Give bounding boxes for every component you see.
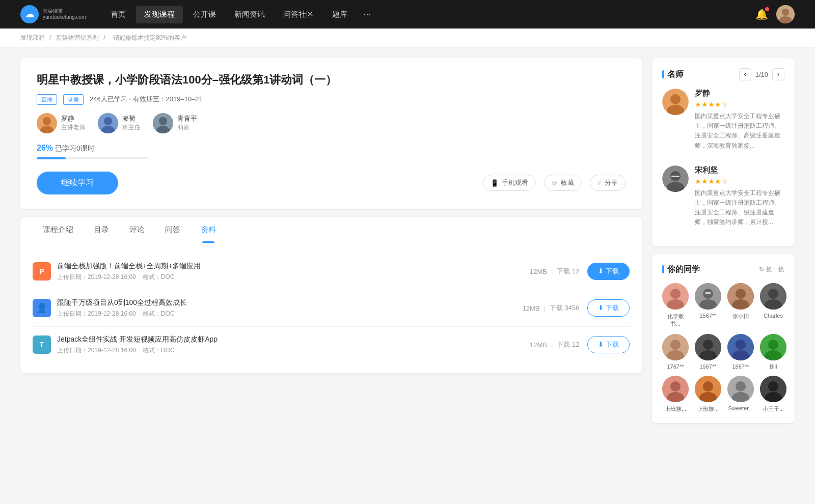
tab-qa[interactable]: 问答 [155,217,191,243]
download-btn-2[interactable]: ⬇ 下载 [587,299,630,317]
page-nav: ‹ 1/10 › [739,68,784,80]
tab-review[interactable]: 评论 [119,217,155,243]
next-page-button[interactable]: › [772,68,784,80]
tab-materials[interactable]: 资料 [191,217,226,243]
classmate-avatar-6 [695,334,721,360]
refresh-label: 换一换 [766,265,784,274]
badge-record: 录播 [63,94,84,105]
classmate-avatar-1 [662,283,689,310]
sidebar-teacher-stars-1: ★★★★☆ [695,100,784,108]
navbar: ☁ 云朵课堂 yunduoketang.com 首页 发现课程 公开课 新闻资讯… [0,0,815,29]
file-info-2: 跟随千万级项目从0到100全过程高效成长 上传日期：2019-12-28 16:… [57,298,522,318]
nav-item-questions[interactable]: 题库 [324,6,356,23]
classmate-4[interactable]: Charles [760,283,786,328]
svg-point-45 [670,381,681,391]
classmates-header: 你的同学 ↻ 换一换 [662,264,784,275]
nav-item-home[interactable]: 首页 [102,6,134,23]
teachers-card: 名师 ‹ 1/10 › 罗静 ★★★★☆ 国内某重点大学安全工程专业硕士，国家一… [652,58,795,246]
nav-item-discover[interactable]: 发现课程 [136,6,183,23]
progress-text: 已学习0课时 [55,144,95,152]
classmate-3[interactable]: 张小田 [727,283,754,328]
file-downloads-1: 下载 12 [557,267,579,276]
svg-point-48 [703,381,713,391]
breadcrumb-sep2: / [103,34,107,41]
file-info-1: 前端全栈加强版！前端全栈+全周期+多端应用 上传日期：2019-12-28 16… [57,262,530,282]
classmate-10[interactable]: 上班族... [695,376,721,413]
prev-page-button[interactable]: ‹ [739,68,751,80]
teacher-divider [662,159,784,159]
classmates-grid: 化学教书... 1567** 张小田 [662,283,784,413]
nav-item-open[interactable]: 公开课 [185,6,224,23]
classmate-1[interactable]: 化学教书... [662,283,689,328]
progress-section: 26% 已学习0课时 [37,144,626,159]
tab-intro[interactable]: 课程介绍 [33,217,84,243]
classmate-5[interactable]: 1767** [662,334,689,370]
logo-icon: ☁ [20,5,39,23]
sidebar-teacher-name-2: 宋利坚 [695,165,784,175]
user-avatar[interactable] [776,5,795,23]
teacher-role-1: 主讲老师 [61,123,86,132]
breadcrumb-discover[interactable]: 发现课程 [20,34,45,41]
svg-point-30 [768,289,778,299]
course-actions: 继续学习 📱 手机观看 ☆ 收藏 ⑂ 分享 [37,172,626,194]
mobile-label: 手机观看 [502,178,528,187]
classmate-avatar-11 [727,376,754,402]
nav-more[interactable]: ··· [358,5,377,24]
collect-button[interactable]: ☆ 收藏 [544,175,582,191]
classmate-9[interactable]: 上班族... [662,376,689,413]
classmate-name-5: 1767** [667,363,684,370]
file-stats-1: 12MB | 下载 12 [530,267,579,276]
file-title-3: Jetpack全组件实战 开发短视频应用高仿皮皮虾App [57,335,530,344]
svg-point-10 [159,117,167,125]
logo[interactable]: ☁ 云朵课堂 yunduoketang.com [20,5,86,23]
nav-item-news[interactable]: 新闻资讯 [226,6,273,23]
course-title: 明星中教授课，小学阶段语法100分–强化级第1讲动词（一） [37,72,626,88]
logo-text: 云朵课堂 yunduoketang.com [43,8,86,20]
download-btn-3[interactable]: ⬇ 下载 [587,336,630,353]
continue-button[interactable]: 继续学习 [37,172,118,194]
sidebar-teacher-name-1: 罗静 [695,89,784,98]
share-button[interactable]: ⑂ 分享 [590,175,626,191]
bell-icon[interactable]: 🔔 [755,8,768,20]
breadcrumb-series[interactable]: 新媒体营销系列 [56,34,99,41]
classmate-12[interactable]: 小王子... [760,376,786,413]
classmate-avatar-2 [695,283,721,310]
teacher-name-3: 青青平 [177,114,197,123]
classmate-name-12: 小王子... [763,405,784,413]
teacher-name-1: 罗静 [61,114,86,123]
svg-point-33 [670,340,681,350]
sidebar-teacher-avatar-1[interactable] [662,89,689,115]
classmate-name-4: Charles [764,313,783,319]
classmate-8[interactable]: Bill [760,334,786,370]
teacher-avatar-1 [37,113,57,133]
progress-bar-bg [37,157,149,159]
file-downloads-3: 下载 12 [557,340,579,349]
classmate-name-1: 化学教书... [662,313,689,328]
teacher-role-3: 助教 [177,123,197,132]
file-title-2: 跟随千万级项目从0到100全过程高效成长 [57,298,522,307]
classmate-2[interactable]: 1567** [695,283,721,328]
refresh-icon: ↻ [759,266,764,273]
classmates-title: 你的同学 [662,264,700,275]
file-size-2: 12MB [522,304,539,312]
file-icon-1: P [33,262,51,281]
nav-items: 首页 发现课程 公开课 新闻资讯 问答社区 题库 ··· [102,5,377,24]
classmate-11[interactable]: Sweeter... [727,376,754,413]
mobile-icon: 📱 [491,179,499,187]
classmate-7[interactable]: 1867** [727,334,754,370]
sidebar-teacher-avatar-2[interactable] [662,165,689,192]
classmate-avatar-4 [760,283,786,310]
progress-label: 26% 已学习0课时 [37,144,626,153]
classmate-6[interactable]: 1567** [695,334,721,370]
nav-item-qa[interactable]: 问答社区 [275,6,322,23]
svg-point-42 [768,340,778,350]
tab-catalog[interactable]: 目录 [84,217,119,243]
file-icon-2: 👤 [33,299,51,317]
action-buttons: 📱 手机观看 ☆ 收藏 ⑂ 分享 [483,175,626,191]
download-btn-1[interactable]: ⬇ 下载 [587,263,630,280]
file-meta-2: 上传日期：2019-12-28 16:00 格式：DOC [57,310,522,318]
course-meta: 直播 录播 246人已学习 · 有效期至：2019–10–21 [37,94,626,105]
refresh-button[interactable]: ↻ 换一换 [759,265,784,274]
mobile-view-button[interactable]: 📱 手机观看 [483,175,536,191]
classmate-avatar-9 [662,376,689,402]
